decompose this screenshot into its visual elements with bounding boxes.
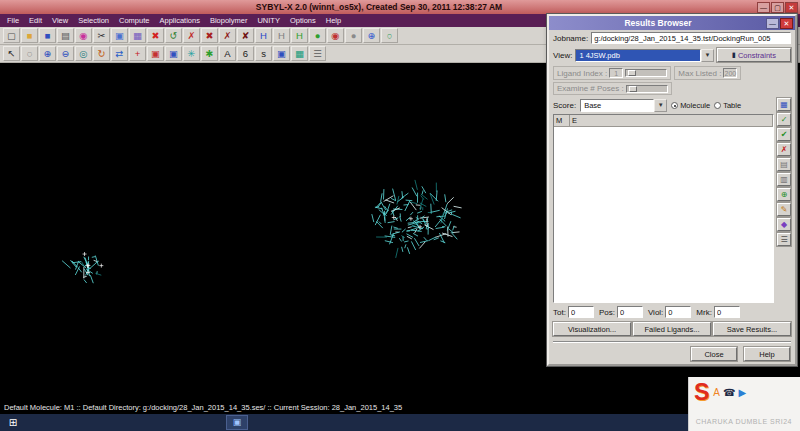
delete-molecule-icon[interactable]: ✘ <box>237 28 254 43</box>
monitor-icon[interactable]: ▣ <box>273 46 290 61</box>
undo-icon[interactable]: ↺ <box>165 28 182 43</box>
menu-item[interactable]: File <box>2 14 24 27</box>
open-folder-icon[interactable]: ■ <box>21 28 38 43</box>
view-dropdown[interactable]: 1 4JSW.pdb ▼ <box>575 49 714 62</box>
minimize-icon[interactable]: — <box>757 2 770 13</box>
tray-phone-icon[interactable]: ☎ <box>723 380 735 406</box>
ring-size-six-icon[interactable]: 6 <box>237 46 254 61</box>
table-radio[interactable]: Table <box>714 101 741 110</box>
help-button[interactable]: Help <box>744 347 790 361</box>
paste-icon[interactable]: ▦ <box>129 28 146 43</box>
wireframe-icon[interactable]: ✳ <box>183 46 200 61</box>
counter-field[interactable] <box>714 306 740 318</box>
dialog-footer: Close Help <box>549 346 795 364</box>
constraints-button[interactable]: ▮ Constraints <box>717 48 791 62</box>
examine-poses-slider[interactable] <box>626 85 668 93</box>
maximize-icon[interactable]: ▢ <box>771 2 784 13</box>
close-dialog-button[interactable]: Close <box>691 347 737 361</box>
rotate-view-icon[interactable]: ↻ <box>93 46 110 61</box>
inspect-pose-icon[interactable]: ⊕ <box>777 188 791 201</box>
pose-counter: Tot: <box>553 306 594 318</box>
translate-view-icon[interactable]: ⇄ <box>111 46 128 61</box>
measure-distance-icon[interactable]: ☰ <box>309 46 326 61</box>
dialog-close-icon[interactable]: ✕ <box>780 18 793 29</box>
dialog-titlebar[interactable]: Results Browser — ✕ <box>549 16 795 30</box>
molecule-radio[interactable]: Molecule <box>671 101 710 110</box>
browser-settings-icon[interactable]: ☰ <box>777 233 791 246</box>
counter-field[interactable] <box>568 306 594 318</box>
results-table-icon[interactable]: ▦ <box>777 98 791 111</box>
sybyl-tray-logo-icon[interactable]: S <box>694 380 709 404</box>
list-view-icon[interactable]: ▤ <box>777 158 791 171</box>
snapshot-icon[interactable]: ◉ <box>75 28 92 43</box>
zoom-out-icon[interactable]: ⊖ <box>57 46 74 61</box>
menu-item[interactable]: Biopolymer <box>205 14 253 27</box>
charge-icon[interactable]: ⊕ <box>363 28 380 43</box>
atom-label-icon[interactable]: A <box>219 46 236 61</box>
save-icon[interactable]: ■ <box>39 28 56 43</box>
substituent-icon[interactable]: s <box>255 46 272 61</box>
toggle-hydrogens-icon[interactable]: H <box>273 28 290 43</box>
accept-pose-icon[interactable]: ✓ <box>777 113 791 126</box>
results-table[interactable]: ME <box>553 114 774 303</box>
tray-chat-icon[interactable]: ▶ <box>738 380 746 406</box>
ligand-index-spinner[interactable]: 1 <box>609 68 623 78</box>
chevron-down-icon[interactable]: ▼ <box>654 99 667 112</box>
add-atom-icon[interactable]: ● <box>309 28 326 43</box>
table-header-cell[interactable]: E <box>570 115 773 126</box>
menu-item[interactable]: UNITY <box>252 14 285 27</box>
table-header-cell[interactable]: M <box>554 115 570 126</box>
failed-ligands-button[interactable]: Failed Ligands... <box>633 322 711 336</box>
tray-a-icon[interactable]: A <box>713 380 720 406</box>
hydrogen-count-icon[interactable]: H <box>291 28 308 43</box>
edit-pose-icon[interactable]: ✎ <box>777 203 791 216</box>
print-icon[interactable]: ▤ <box>57 28 74 43</box>
sphere-display-icon[interactable]: ● <box>345 28 362 43</box>
delete-substructure-icon[interactable]: ✗ <box>219 28 236 43</box>
visualization-button[interactable]: Visualization... <box>553 322 631 336</box>
ballstick-icon[interactable]: ✱ <box>201 46 218 61</box>
fit-view-icon[interactable]: ◎ <box>75 46 92 61</box>
select-arrow-icon[interactable]: ↖ <box>3 46 20 61</box>
menu-item[interactable]: View <box>47 14 73 27</box>
zoom-in-icon[interactable]: ⊕ <box>39 46 56 61</box>
score-dropdown[interactable]: Base ▼ <box>580 99 667 112</box>
save-results-button[interactable]: Save Results... <box>713 322 791 336</box>
chevron-down-icon[interactable]: ▼ <box>701 49 714 62</box>
view-blue-icon[interactable]: ▣ <box>165 46 182 61</box>
counter-field[interactable] <box>665 306 691 318</box>
ligand-index-slider[interactable] <box>625 69 667 77</box>
accept-all-icon[interactable]: ✔ <box>777 128 791 141</box>
break-bond-icon[interactable]: ✗ <box>183 28 200 43</box>
add-hydrogens-icon[interactable]: H <box>255 28 272 43</box>
menu-item[interactable]: Options <box>285 14 321 27</box>
counter-field[interactable] <box>617 306 643 318</box>
taskbar-app-item[interactable]: ▣ <box>226 415 248 430</box>
menu-item[interactable]: Selection <box>73 14 114 27</box>
menu-item[interactable]: Edit <box>24 14 47 27</box>
delete-atom-icon[interactable]: ✖ <box>201 28 218 43</box>
copy-icon[interactable]: ▣ <box>111 28 128 43</box>
menu-item[interactable]: Applications <box>154 14 204 27</box>
grid-view-icon[interactable]: ▥ <box>777 173 791 186</box>
menu-item[interactable]: Help <box>321 14 346 27</box>
delete-icon[interactable]: ✖ <box>147 28 164 43</box>
menu-item[interactable]: Compute <box>114 14 154 27</box>
reject-pose-icon[interactable]: ✗ <box>777 143 791 156</box>
dialog-minimize-icon[interactable]: — <box>766 18 779 29</box>
close-icon[interactable]: ✕ <box>785 2 798 13</box>
render-options-icon[interactable]: ▦ <box>291 46 308 61</box>
highlight-atom-icon[interactable]: ◉ <box>327 28 344 43</box>
jobname-input[interactable] <box>591 32 791 44</box>
benzene-ring-icon[interactable]: ○ <box>381 28 398 43</box>
cut-icon[interactable]: ✂ <box>93 28 110 43</box>
color-by-icon[interactable]: ◆ <box>777 218 791 231</box>
lasso-select-icon[interactable]: ◌ <box>21 46 38 61</box>
new-file-icon[interactable]: ▢ <box>3 28 20 43</box>
view-red-icon[interactable]: ▣ <box>147 46 164 61</box>
axes-icon[interactable]: + <box>129 46 146 61</box>
start-button[interactable]: ⊞ <box>2 414 24 431</box>
results-table-body[interactable] <box>554 127 773 302</box>
max-listed-spinner[interactable]: 200 <box>723 68 737 78</box>
window-titlebar[interactable]: SYBYL-X 2.0 (winnt_os5x), Created Sep 30… <box>0 0 800 14</box>
